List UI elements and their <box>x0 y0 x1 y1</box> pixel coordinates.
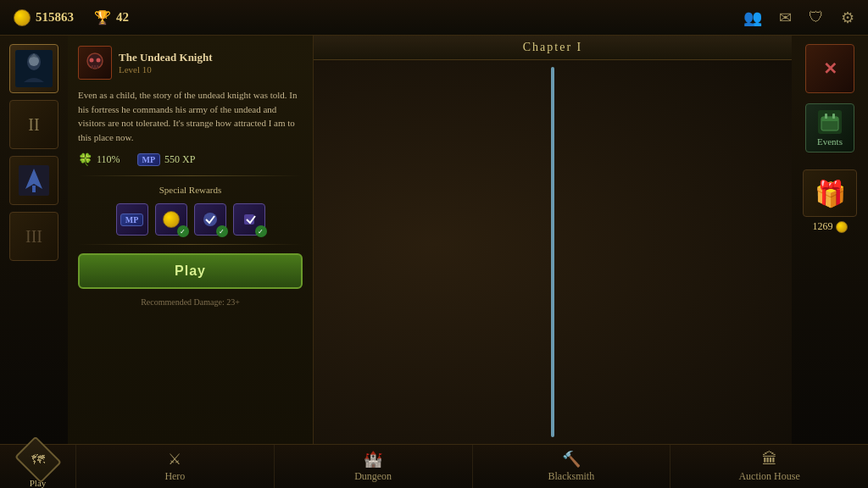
center-area: Chapter I <box>314 36 792 444</box>
friends-icon[interactable]: 👥 <box>743 8 762 27</box>
reward-icon-3 <box>202 211 219 228</box>
divider-1 <box>78 175 303 176</box>
play-quest-button[interactable]: Play <box>78 253 303 289</box>
trophy-currency: 🏆 42 <box>94 9 129 25</box>
gold-currency: 515863 <box>14 9 74 26</box>
divider-2 <box>78 244 303 245</box>
slot-icon-2: II <box>15 106 53 143</box>
top-bar: 515863 🏆 42 👥 ✉ 🛡 ⚙ <box>0 0 868 36</box>
chest-amount: 1269 <box>813 220 833 233</box>
chest-icon: 🎁 <box>815 179 846 208</box>
rewards-title: Special Rewards <box>78 185 303 195</box>
reward-check-3: ✓ <box>255 225 267 237</box>
nav-blacksmith-icon: 🔨 <box>562 450 581 469</box>
svg-rect-13 <box>92 65 93 69</box>
sidebar-slot-4[interactable]: III <box>9 212 58 261</box>
reward-coin-icon <box>163 211 180 228</box>
xp-stat: MP 550 XP <box>137 153 196 166</box>
nav-dungeon[interactable]: 🏰 Dungeon <box>275 445 473 488</box>
nav-dungeon-icon: 🏰 <box>364 450 382 469</box>
rewards-row: MP ✓ ✓ ✓ <box>78 203 303 236</box>
sidebar-slot-3[interactable] <box>9 156 58 205</box>
quest-level: Level 10 <box>119 64 213 75</box>
small-coin-icon <box>836 221 848 233</box>
trophy-icon: 🏆 <box>94 9 111 25</box>
nav-blacksmith[interactable]: 🔨 Blacksmith <box>473 445 671 488</box>
svg-rect-15 <box>97 65 98 69</box>
svg-rect-4 <box>32 186 36 192</box>
chapter-header: Chapter I <box>314 36 792 60</box>
nav-play-map-icon: 🗺 <box>31 452 45 468</box>
close-button[interactable]: ✕ <box>805 44 854 93</box>
top-bar-right: 👥 ✉ 🛡 ⚙ <box>743 8 854 27</box>
nav-hero-label: Hero <box>164 470 185 483</box>
left-sidebar: II III <box>0 36 68 444</box>
mail-icon[interactable]: ✉ <box>779 8 792 27</box>
events-icon <box>818 110 842 134</box>
nav-auction[interactable]: 🏛 Auction House <box>670 445 868 488</box>
nav-dungeon-label: Dungeon <box>354 470 392 483</box>
slot-icon-3 <box>15 162 53 199</box>
chest-button[interactable]: 🎁 <box>803 169 857 217</box>
x-icon: ✕ <box>823 58 837 79</box>
chest-count: 1269 <box>813 220 848 233</box>
quest-stats: 🍀 110% MP 550 XP <box>78 152 303 167</box>
quest-icon-box <box>78 46 112 80</box>
nav-auction-label: Auction House <box>738 470 799 483</box>
quest-panel: The Undead Knight Level 10 Even as a chi… <box>68 36 314 444</box>
reward-item-4: ✓ <box>233 203 265 236</box>
reward-xp: MP <box>116 203 148 236</box>
events-label: Events <box>817 136 843 147</box>
reward-icon-4 <box>241 211 258 228</box>
top-bar-left: 515863 🏆 42 <box>14 9 129 26</box>
main-content: The Undead Knight Level 10 Even as a chi… <box>68 36 792 444</box>
svg-point-12 <box>97 58 101 63</box>
sidebar-hero-slot[interactable] <box>9 44 58 93</box>
luck-value: 110% <box>97 153 120 166</box>
svg-point-11 <box>90 58 94 63</box>
chest-section[interactable]: 🎁 1269 <box>803 169 857 233</box>
svg-rect-9 <box>832 114 835 119</box>
nav-blacksmith-label: Blacksmith <box>548 470 595 483</box>
hero-portrait <box>15 50 53 87</box>
reward-item-3: ✓ <box>194 203 226 236</box>
reward-coin: ✓ <box>155 203 187 236</box>
events-button[interactable]: Events <box>805 103 854 152</box>
game-title: Tormentis <box>551 383 554 419</box>
game-image-frame: Tormentis <box>551 67 554 437</box>
svg-rect-8 <box>825 114 827 119</box>
reward-check-1: ✓ <box>177 225 189 237</box>
quest-description: Even as a child, the story of the undead… <box>78 88 303 144</box>
reward-xp-badge: MP <box>120 214 144 226</box>
nav-hero[interactable]: ⚔ Hero <box>76 445 275 488</box>
svg-rect-7 <box>821 117 838 121</box>
reward-check-2: ✓ <box>216 225 228 237</box>
recommended-text: Recommended Damage: 23+ <box>78 297 303 307</box>
quest-title-block: The Undead Knight Level 10 <box>119 51 213 75</box>
nav-auction-icon: 🏛 <box>762 451 777 469</box>
quest-header: The Undead Knight Level 10 <box>78 46 303 80</box>
bottom-nav: 🗺 Play ⚔ Hero 🏰 Dungeon 🔨 Blacksmith 🏛 A… <box>0 444 868 488</box>
luck-stat: 🍀 110% <box>78 152 120 167</box>
chapter-label: Chapter I <box>523 41 582 53</box>
svg-rect-14 <box>94 65 96 69</box>
gold-amount: 515863 <box>36 10 74 25</box>
settings-icon[interactable]: ⚙ <box>841 8 854 27</box>
coin-icon <box>14 9 31 26</box>
xp-value: 550 XP <box>164 153 195 166</box>
xp-badge: MP <box>137 153 161 166</box>
sidebar-slot-2[interactable]: II <box>9 100 58 149</box>
clover-icon: 🍀 <box>78 152 92 167</box>
trophy-count: 42 <box>116 10 129 25</box>
svg-point-16 <box>203 213 217 226</box>
right-sidebar: ✕ Events 🎁 1269 <box>792 36 868 444</box>
shield-icon[interactable]: 🛡 <box>809 8 824 26</box>
quest-title: The Undead Knight <box>119 51 213 64</box>
slot-icon-4: III <box>15 218 53 255</box>
nav-hero-icon: ⚔ <box>168 450 181 469</box>
skull-icon <box>83 51 107 75</box>
nav-play[interactable]: 🗺 Play <box>0 445 76 488</box>
